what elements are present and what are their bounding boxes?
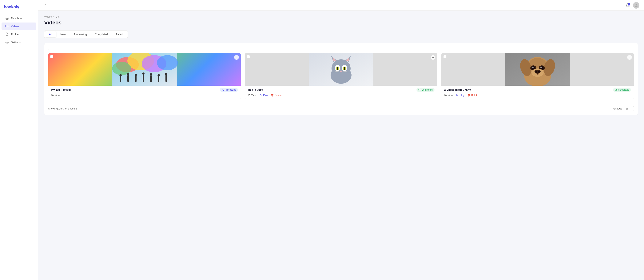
topbar-right: 1 (626, 2, 640, 9)
svg-marker-62 (457, 94, 458, 96)
video-card-1: My last Festival Processing (48, 53, 241, 99)
avatar[interactable] (633, 2, 640, 9)
card-3-checkbox-container (443, 55, 446, 59)
card-1-title: My last Festival (51, 88, 71, 91)
svg-rect-16 (142, 75, 144, 82)
card-3-title-row: A Video about Charly Completed (444, 88, 631, 92)
svg-marker-1 (8, 26, 8, 27)
svg-point-19 (150, 73, 152, 76)
svg-rect-0 (6, 25, 8, 27)
check-circle-icon (418, 89, 421, 91)
main-area: 1 Videos › List Videos (38, 0, 644, 280)
chevron-up-icon (628, 56, 631, 59)
processing-icon (222, 89, 224, 91)
filter-tab-failed[interactable]: Failed (112, 31, 127, 37)
svg-rect-22 (166, 75, 167, 82)
breadcrumb-current: List (56, 15, 60, 18)
card-1-status-badge: Processing (220, 88, 238, 92)
svg-point-15 (135, 74, 137, 76)
card-2-delete-button[interactable]: Delete (271, 94, 282, 96)
sidebar-item-dashboard[interactable]: Dashboard (2, 15, 36, 22)
breadcrumb-parent[interactable]: Videos (44, 15, 52, 18)
sidebar: bookoly Dashboard (0, 0, 38, 280)
card-2-checkbox[interactable] (247, 55, 250, 58)
card-3-actions: View Play (444, 94, 631, 96)
filter-tab-new[interactable]: New (56, 31, 70, 37)
card-2-body: This is Lucy Completed (245, 86, 437, 99)
eye-icon (444, 94, 447, 96)
svg-point-24 (52, 95, 53, 96)
card-3-delete-button[interactable]: Delete (468, 94, 478, 96)
svg-point-56 (540, 67, 542, 68)
video-cards-grid: My last Festival Processing (48, 53, 634, 99)
sidebar-item-settings[interactable]: Settings (2, 39, 36, 46)
card-2-play-button[interactable]: Play (260, 94, 268, 96)
filter-tab-completed[interactable]: Completed (91, 31, 112, 37)
card-2-view-button[interactable]: View (248, 94, 256, 96)
svg-point-36 (337, 67, 338, 70)
svg-marker-44 (260, 94, 262, 96)
svg-point-37 (344, 67, 345, 70)
sidebar-nav: Dashboard Videos (0, 14, 38, 47)
card-1-chevron-button[interactable] (234, 55, 239, 60)
card-1-title-row: My last Festival Processing (51, 88, 238, 92)
card-2-checkbox-container (247, 55, 250, 59)
video-thumbnail-2 (245, 53, 437, 86)
card-2-actions: View Play (248, 94, 434, 96)
chevron-up-icon (432, 56, 434, 59)
card-1-checkbox[interactable] (50, 55, 53, 58)
per-page-value: 18 (626, 107, 628, 110)
card-3-checkbox[interactable] (443, 55, 446, 58)
svg-point-17 (142, 72, 144, 75)
sidebar-item-label: Settings (11, 41, 21, 44)
sidebar-item-profile[interactable]: Profile (2, 31, 36, 38)
per-page-dropdown[interactable]: 18 (624, 106, 634, 111)
chevron-up-icon (235, 56, 238, 59)
select-all-checkbox[interactable] (48, 47, 51, 50)
card-1-view-button[interactable]: View (51, 94, 60, 96)
card-1-checkbox-container (50, 55, 53, 59)
card-2-title-row: This is Lucy Completed (248, 88, 434, 92)
card-3-play-button[interactable]: Play (456, 94, 464, 96)
svg-point-8 (157, 55, 178, 70)
svg-point-59 (535, 71, 537, 73)
check-circle-icon (615, 89, 617, 91)
topbar-left (43, 3, 48, 8)
svg-point-60 (538, 71, 540, 73)
svg-point-21 (158, 74, 160, 76)
filter-tab-all[interactable]: All (45, 31, 56, 37)
cards-header (48, 47, 634, 50)
collapse-sidebar-button[interactable] (43, 3, 48, 8)
svg-point-13 (127, 73, 129, 75)
brand-name: bookoly (4, 5, 19, 10)
card-3-status-badge: Completed (613, 88, 631, 92)
notification-button[interactable]: 1 (626, 3, 630, 8)
card-2-status-badge: Completed (416, 88, 434, 92)
home-icon (5, 16, 9, 20)
svg-point-38 (340, 71, 342, 72)
cards-wrapper: My last Festival Processing (44, 43, 638, 115)
chevron-left-icon (44, 4, 47, 7)
filter-tab-processing[interactable]: Processing (70, 31, 91, 37)
video-card-3: A Video about Charly Completed (441, 53, 634, 99)
video-icon (5, 24, 9, 28)
avatar-icon (634, 4, 638, 7)
svg-point-23 (165, 73, 168, 75)
card-2-chevron-button[interactable] (431, 55, 435, 60)
card-3-title: A Video about Charly (444, 88, 471, 91)
card-2-title: This is Lucy (248, 88, 263, 91)
svg-point-61 (445, 95, 446, 96)
svg-rect-10 (120, 76, 121, 82)
card-3-chevron-button[interactable] (627, 55, 632, 60)
svg-point-55 (532, 67, 534, 68)
card-3-view-button[interactable]: View (444, 94, 453, 96)
eye-icon (248, 94, 250, 96)
trash-icon (271, 94, 274, 96)
sidebar-item-label: Dashboard (11, 17, 24, 20)
breadcrumb: Videos › List (44, 15, 638, 18)
sidebar-item-videos[interactable]: Videos (2, 23, 36, 30)
svg-rect-12 (128, 75, 129, 82)
per-page-selector: Per page 18 (612, 106, 634, 111)
dog-image (442, 53, 634, 86)
eye-icon (51, 94, 54, 96)
